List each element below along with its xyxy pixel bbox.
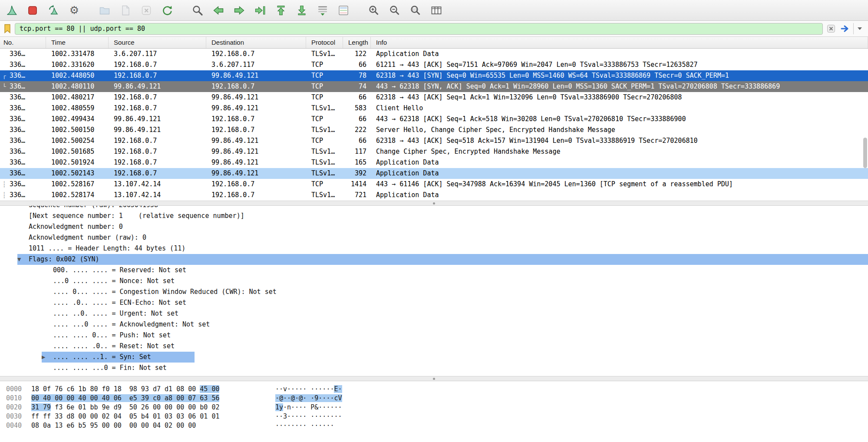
detail-line[interactable]: .... .... 0... = Push: Not set: [0, 330, 868, 341]
packet-row[interactable]: 336… 1002.480559 192.168.0.7 99.86.49.12…: [0, 103, 868, 114]
hex-row[interactable]: 0020 31 79 f3 6e 01 bb 9e d9 50 26 00 00…: [6, 403, 868, 412]
apply-filter-button[interactable]: [839, 23, 851, 34]
detail-line[interactable]: ▶.... .... ..1. = Syn: Set: [0, 352, 868, 363]
detail-line[interactable]: 1011 .... = Header Length: 44 bytes (11): [0, 243, 868, 254]
hex-row[interactable]: 0000 18 0f 76 c6 1b 80 f0 18 98 93 d7 d1…: [6, 385, 868, 394]
expander-icon[interactable]: [42, 319, 53, 330]
auto-scroll-button[interactable]: [315, 3, 330, 18]
hex-bytes[interactable]: 31 79 f3 6e 01 bb 9e d9 50 26 00 00 00 0…: [31, 403, 275, 412]
find-packet-button[interactable]: [190, 3, 205, 18]
hex-ascii[interactable]: ··v····· ······E·: [275, 385, 342, 394]
column-header-destination[interactable]: Destination: [206, 37, 306, 48]
column-header-protocol[interactable]: Protocol: [306, 37, 343, 48]
go-back-button[interactable]: [211, 3, 226, 18]
expander-icon[interactable]: [17, 243, 29, 254]
detail-line[interactable]: [Next sequence number: 1 (relative seque…: [0, 211, 868, 221]
stop-capture-button[interactable]: [25, 3, 40, 18]
detail-line[interactable]: .... ...0 .... = Acknowledgment: Not set: [0, 319, 868, 330]
cell-no: 336…: [0, 125, 46, 135]
zoom-reset-button[interactable]: 1:1: [408, 3, 423, 18]
hex-row[interactable]: 0030 ff ff 33 d8 00 00 02 04 05 b4 01 03…: [6, 412, 868, 421]
close-file-button[interactable]: [139, 3, 154, 18]
hex-offset: 0040: [6, 421, 31, 430]
resize-columns-button[interactable]: [429, 3, 444, 18]
detail-line[interactable]: .... .0.. .... = ECN-Echo: Not set: [0, 297, 868, 308]
hex-bytes[interactable]: 18 0f 76 c6 1b 80 f0 18 98 93 d7 d1 08 0…: [31, 385, 275, 394]
expander-icon[interactable]: [42, 330, 53, 341]
packet-row[interactable]: ┆336… 1002.528167 13.107.42.14 192.168.0…: [0, 179, 868, 190]
detail-line[interactable]: Acknowledgment number: 0: [0, 221, 868, 232]
cell-no: 336…: [0, 114, 46, 125]
column-header-info[interactable]: Info: [371, 37, 868, 48]
expander-icon[interactable]: ▶: [42, 352, 53, 363]
detail-line[interactable]: Sequence number (raw): 2665041958: [0, 206, 868, 211]
hex-bytes[interactable]: ff ff 33 d8 00 00 02 04 05 b4 01 03 03 0…: [31, 412, 275, 421]
zoom-out-button[interactable]: [387, 3, 402, 18]
packet-row[interactable]: └336… 1002.480110 99.86.49.121 192.168.0…: [0, 81, 868, 92]
capture-options-button[interactable]: ⚙: [67, 3, 82, 18]
expander-icon[interactable]: [42, 308, 53, 319]
packet-row[interactable]: 336… 1002.500150 99.86.49.121 192.168.0.…: [0, 125, 868, 135]
detail-line[interactable]: Acknowledgment number (raw): 0: [0, 232, 868, 243]
hex-bytes[interactable]: 08 0a 13 e6 b5 95 00 00 00 00 04 02 00 0…: [31, 421, 275, 430]
go-to-first-packet-button[interactable]: [274, 3, 288, 18]
pane-splitter-bottom[interactable]: [0, 376, 868, 381]
detail-line[interactable]: .... ..0. .... = Urgent: Not set: [0, 308, 868, 319]
column-header-time[interactable]: Time: [46, 37, 109, 48]
expander-icon[interactable]: [42, 287, 53, 297]
column-header-source[interactable]: Source: [109, 37, 206, 48]
hex-ascii[interactable]: 1y·n···· P&······: [275, 403, 342, 412]
expander-icon[interactable]: [17, 232, 29, 243]
detail-line[interactable]: .... 0... .... = Congestion Window Reduc…: [0, 287, 868, 297]
go-to-last-packet-button[interactable]: [294, 3, 309, 18]
expander-icon[interactable]: [17, 211, 29, 221]
expander-icon[interactable]: [17, 221, 29, 232]
open-file-button[interactable]: [97, 3, 112, 18]
filter-bookmark-button[interactable]: [3, 23, 12, 34]
filter-dropdown-button[interactable]: [853, 23, 865, 34]
hex-row[interactable]: 0010 00 40 00 00 40 00 40 06 e5 39 c0 a8…: [6, 394, 868, 403]
packet-row[interactable]: 336… 1002.331620 192.168.0.7 3.6.207.117…: [0, 59, 868, 70]
packet-row[interactable]: 336… 1002.480217 192.168.0.7 99.86.49.12…: [0, 92, 868, 103]
packet-list-scrollbar-thumb[interactable]: [863, 138, 867, 168]
save-file-button[interactable]: [118, 3, 133, 18]
hex-ascii[interactable]: ··3····· ········: [275, 412, 342, 421]
detail-line[interactable]: ...0 .... .... = Nonce: Not set: [0, 276, 868, 287]
expander-icon[interactable]: [42, 341, 53, 352]
hex-row[interactable]: 0040 08 0a 13 e6 b5 95 00 00 00 00 04 02…: [6, 421, 868, 430]
hex-ascii[interactable]: ········ ······: [275, 421, 334, 430]
detail-line[interactable]: ▼Flags: 0x002 (SYN): [0, 254, 868, 265]
detail-line[interactable]: 000. .... .... = Reserved: Not set: [0, 265, 868, 276]
pane-splitter-top[interactable]: [0, 201, 868, 206]
hex-bytes[interactable]: 00 40 00 00 40 00 40 06 e5 39 c0 a8 00 0…: [31, 394, 275, 403]
packet-row[interactable]: ┌336… 1002.448050 192.168.0.7 99.86.49.1…: [0, 70, 868, 81]
colorize-button[interactable]: [336, 3, 351, 18]
expander-icon[interactable]: ▼: [17, 254, 29, 265]
expander-icon[interactable]: [17, 206, 29, 211]
restart-capture-button[interactable]: [46, 3, 61, 18]
hex-ascii[interactable]: ·@··@·@· ·9····cV: [275, 394, 342, 403]
display-filter-input[interactable]: [15, 23, 823, 35]
start-capture-button[interactable]: [4, 3, 19, 18]
detail-line[interactable]: .... .... ...0 = Fin: Not set: [0, 363, 868, 373]
detail-segment: [Next sequence number: 1 (relative seque…: [17, 211, 244, 221]
packet-row[interactable]: ┆336… 1002.528174 13.107.42.14 192.168.0…: [0, 190, 868, 201]
expander-icon[interactable]: [42, 276, 53, 287]
go-forward-button[interactable]: [232, 3, 247, 18]
column-header-length[interactable]: Length: [343, 37, 371, 48]
expander-icon[interactable]: [42, 265, 53, 276]
packet-row[interactable]: 336… 1002.501924 192.168.0.7 99.86.49.12…: [0, 157, 868, 168]
clear-filter-button[interactable]: [825, 23, 837, 34]
expander-icon[interactable]: [42, 363, 53, 373]
packet-row[interactable]: 336… 1002.331478 3.6.207.117 192.168.0.7…: [0, 49, 868, 59]
column-header-no[interactable]: No.: [0, 37, 46, 48]
packet-row[interactable]: 336… 1002.499434 99.86.49.121 192.168.0.…: [0, 114, 868, 125]
detail-line[interactable]: .... .... .0.. = Reset: Not set: [0, 341, 868, 352]
expander-icon[interactable]: [42, 297, 53, 308]
reload-button[interactable]: [160, 3, 175, 18]
packet-row[interactable]: 336… 1002.500254 192.168.0.7 99.86.49.12…: [0, 135, 868, 146]
go-to-packet-button[interactable]: [253, 3, 267, 18]
packet-row[interactable]: 336… 1002.501685 192.168.0.7 99.86.49.12…: [0, 146, 868, 157]
packet-row[interactable]: 336… 1002.502143 192.168.0.7 99.86.49.12…: [0, 168, 868, 179]
zoom-in-button[interactable]: [366, 3, 381, 18]
